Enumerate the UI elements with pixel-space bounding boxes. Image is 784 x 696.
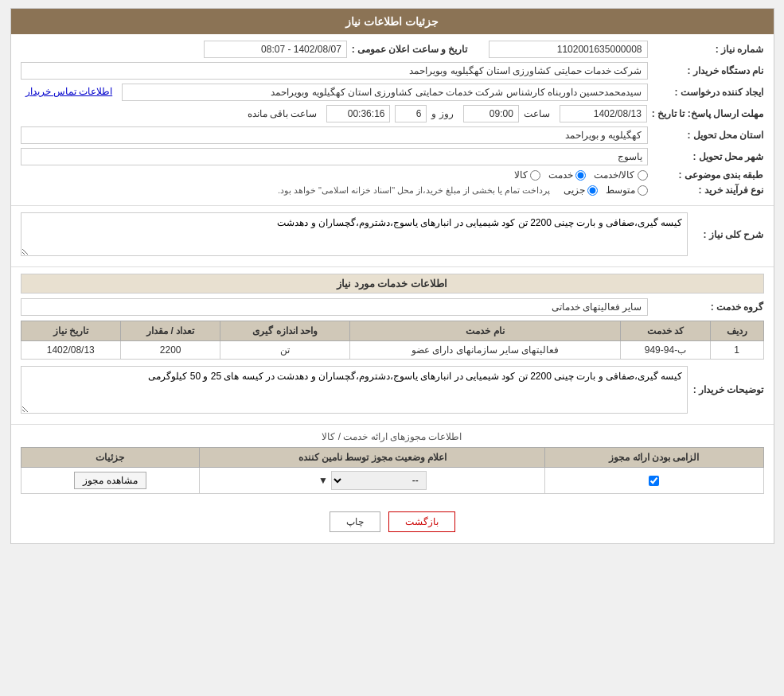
buyer-org-value: شرکت خدمات حمایتی کشاورزی استان کهگیلویه… [21,62,648,80]
announcement-label: تاریخ و ساعت اعلان عمومی : [352,44,468,55]
service-group-row: گروه خدمت : سایر فعالیتهای خدماتی [21,298,764,316]
contact-link[interactable]: اطلاعات تماس خریدار [21,84,118,101]
cell-service-code: ب-94-949 [621,341,710,360]
purchase-type-jazei-item: جزیی [564,185,598,196]
page-header: جزئیات اطلاعات نیاز [11,9,774,34]
category-khadamat-radio[interactable] [575,170,586,181]
category-khadamat-item: خدمت [548,169,586,181]
page-wrapper: جزئیات اطلاعات نیاز شماره نیاز : 1102001… [10,8,774,544]
category-khadamat-label: خدمت [548,169,573,181]
perm-col-required: الزامی بودن ارائه مجوز [545,448,763,468]
need-description-textarea[interactable]: کیسه گیری،صفافی و بارت چینی 2200 تن کود … [21,212,688,256]
category-kala-item: کالا [514,169,540,181]
category-row: طبقه بندی موضوعی : کالا/خدمت خدمت کالا [21,169,764,181]
cell-date: 1402/08/13 [21,341,120,360]
purchase-type-motavasset-radio[interactable] [638,185,648,196]
col-service-name: نام خدمت [349,321,620,341]
purchase-type-motavasset-label: متوسط [606,185,635,196]
buyer-org-label: نام دستگاه خریدار : [653,65,764,76]
permissions-section: اطلاعات مجوزهای ارائه خدمت / کالا الزامی… [11,425,774,500]
city-label: شهر محل تحویل : [653,151,764,162]
col-quantity: تعداد / مقدار [120,321,220,341]
response-date-value: 1402/08/13 [560,105,647,122]
purchase-type-row: نوع فرآیند خرید : متوسط جزیی پرداخت تمام… [21,185,764,196]
province-label: استان محل تحویل : [653,130,764,141]
perm-required-checkbox[interactable] [649,476,659,486]
category-label: طبقه بندی موضوعی : [653,169,764,181]
category-kala-label: کالا [514,169,528,181]
need-description-label: شرح کلی نیاز : [692,229,764,240]
perm-status-cell: -- ▼ [200,468,545,494]
response-deadline-label: مهلت ارسال پاسخ: تا تاریخ : [652,108,764,119]
creator-value: سیدمحمدحسین داوربناه کارشناس شرکت خدمات … [122,84,647,101]
category-kala-khadamat-radio[interactable] [638,170,648,181]
perm-details-cell: مشاهده مجوز [21,468,200,494]
cell-quantity: 2200 [120,341,220,360]
services-section-title: اطلاعات خدمات مورد نیاز [21,274,764,294]
perm-required-cell [545,468,763,494]
service-group-value: سایر فعالیتهای خدماتی [21,298,648,316]
print-button[interactable]: چاپ [330,511,380,532]
buyer-org-row: نام دستگاه خریدار : شرکت خدمات حمایتی کش… [21,62,764,80]
need-description-row: شرح کلی نیاز : کیسه گیری،صفافی و بارت چی… [21,212,764,256]
main-info-section: شماره نیاز : 1102001635000008 تاریخ و سا… [11,34,774,206]
creator-row: ایجاد کننده درخواست : سیدمحمدحسین داوربن… [21,84,764,101]
page-title: جزئیات اطلاعات نیاز [345,15,439,28]
city-value: یاسوج [21,148,648,165]
category-kala-radio[interactable] [530,170,540,181]
purchase-type-jazei-label: جزیی [564,185,585,196]
category-radio-group: کالا/خدمت خدمت کالا [514,169,647,181]
perm-table-row: -- ▼ مشاهده مجوز [21,468,763,494]
purchase-type-jazei-radio[interactable] [587,185,598,196]
response-days-value: 6 [395,105,427,122]
table-row: 1 ب-94-949 فعالیتهای سایر سازمانهای دارا… [21,341,763,360]
buyer-notes-textarea[interactable]: کیسه گیری،صفافی و بارت چینی 2200 تن کود … [21,366,688,414]
category-kala-khadamat-item: کالا/خدمت [594,169,647,181]
buyer-notes-row: توضیحات خریدار : کیسه گیری،صفافی و بارت … [21,366,764,414]
province-value: کهگیلویه و بویراحمد [21,126,648,144]
back-button[interactable]: بازگشت [388,511,455,532]
province-row: استان محل تحویل : کهگیلویه و بویراحمد [21,126,764,144]
col-date: تاریخ نیاز [21,321,120,341]
show-permit-button[interactable]: مشاهده مجوز [74,472,146,489]
category-kala-khadamat-label: کالا/خدمت [594,169,634,181]
cell-unit: تن [220,341,350,360]
need-number-row: شماره نیاز : 1102001635000008 تاریخ و سا… [21,41,764,58]
services-section: اطلاعات خدمات مورد نیاز گروه خدمت : سایر… [11,267,774,425]
response-time-value: 09:00 [463,105,519,122]
city-row: شهر محل تحویل : یاسوج [21,148,764,165]
perm-col-status: اعلام وضعیت مجوز توسط نامین کننده [200,448,545,468]
response-days-label: روز و [431,108,453,119]
creator-label: ایجاد کننده درخواست : [653,87,764,98]
need-number-value: 1102001635000008 [489,41,648,58]
purchase-type-note: پرداخت تمام یا بخشی از مبلغ خرید،از محل … [278,185,551,196]
services-table: ردیف کد خدمت نام خدمت واحد اندازه گیری ت… [21,321,764,360]
need-number-label: شماره نیاز : [653,44,764,55]
purchase-type-label: نوع فرآیند خرید : [653,185,764,196]
response-remaining-label: ساعت باقی مانده [248,108,318,119]
service-group-label: گروه خدمت : [653,301,764,313]
response-time-label: ساعت [524,108,550,119]
perm-status-select[interactable]: -- [331,471,427,490]
purchase-type-radio-group: متوسط جزیی [564,185,648,196]
need-description-section: شرح کلی نیاز : کیسه گیری،صفافی و بارت چی… [11,206,774,267]
col-rownum: ردیف [710,321,763,341]
chevron-down-icon: ▼ [318,475,328,486]
col-unit: واحد اندازه گیری [220,321,350,341]
cell-rownum: 1 [710,341,763,360]
purchase-type-motavasset-item: متوسط [606,185,648,196]
footer-buttons: بازگشت چاپ [11,500,774,543]
response-deadline-row: مهلت ارسال پاسخ: تا تاریخ : 1402/08/13 س… [21,105,764,122]
announcement-value: 1402/08/07 - 08:07 [204,41,347,58]
cell-service-name: فعالیتهای سایر سازمانهای دارای عضو [349,341,620,360]
col-service-code: کد خدمت [621,321,710,341]
permissions-title: اطلاعات مجوزهای ارائه خدمت / کالا [21,431,764,442]
perm-col-details: جزئیات [21,448,200,468]
permissions-table: الزامی بودن ارائه مجوز اعلام وضعیت مجوز … [21,447,764,494]
response-remaining-value: 00:36:16 [326,105,390,122]
buyer-notes-label: توضیحات خریدار : [692,384,764,395]
